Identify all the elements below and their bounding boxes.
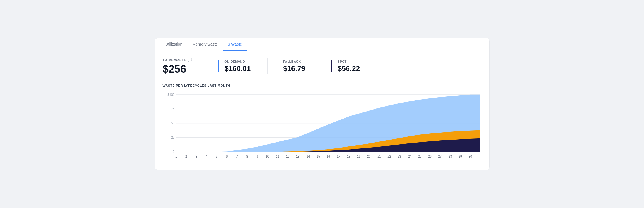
chart-container: $100 75 50 25 0 1 2 3 4 5 6 7 8 (163, 92, 482, 164)
x-label-13: 13 (296, 155, 299, 158)
x-label-17: 17 (337, 155, 340, 158)
x-label-5: 5 (216, 155, 217, 158)
metric-on-demand: ON-DEMAND $160.01 (218, 60, 251, 72)
x-label-6: 6 (226, 155, 228, 158)
x-label-23: 23 (398, 155, 401, 158)
x-label-30: 30 (468, 155, 472, 158)
y-label-100: $100 (167, 93, 174, 96)
x-label-25: 25 (418, 155, 421, 158)
chart-svg: $100 75 50 25 0 1 2 3 4 5 6 7 8 (163, 92, 482, 164)
x-label-28: 28 (448, 155, 452, 158)
y-label-75: 75 (171, 107, 174, 111)
x-label-22: 22 (387, 155, 391, 158)
main-card: Utilization Memory waste $ Waste TOTAL W… (155, 38, 490, 170)
x-label-12: 12 (286, 155, 289, 158)
x-label-15: 15 (316, 155, 320, 158)
metric-fallback: FALLBACK $16.79 (277, 60, 305, 72)
tab-memory-waste[interactable]: Memory waste (187, 38, 223, 51)
x-label-19: 19 (357, 155, 360, 158)
x-label-27: 27 (438, 155, 441, 158)
x-label-4: 4 (205, 155, 207, 158)
x-label-29: 29 (458, 155, 462, 158)
tab-utilization[interactable]: Utilization (161, 38, 188, 51)
y-label-25: 25 (171, 136, 174, 139)
divider-1 (209, 58, 209, 74)
metrics-row: TOTAL WASTE i $256 ON-DEMAND $160.01 FAL… (155, 51, 489, 81)
x-label-18: 18 (347, 155, 350, 158)
x-label-8: 8 (246, 155, 248, 158)
y-label-50: 50 (171, 122, 174, 125)
x-label-26: 26 (428, 155, 431, 158)
x-label-11: 11 (276, 155, 279, 158)
chart-section: WASTE PER LYFECYCLES LAST MONTH $100 75 … (155, 81, 489, 170)
y-label-0: 0 (173, 150, 174, 153)
tab-dollar-waste[interactable]: $ Waste (223, 38, 247, 51)
x-label-2: 2 (185, 155, 187, 158)
x-label-20: 20 (367, 155, 370, 158)
x-label-1: 1 (175, 155, 177, 158)
x-label-10: 10 (265, 155, 269, 158)
divider-2 (267, 58, 268, 74)
x-label-21: 21 (377, 155, 381, 158)
tab-bar: Utilization Memory waste $ Waste (155, 38, 489, 51)
info-icon[interactable]: i (188, 58, 192, 62)
x-label-14: 14 (306, 155, 310, 158)
chart-title: WASTE PER LYFECYCLES LAST MONTH (163, 84, 482, 87)
total-waste-value: $256 (163, 64, 192, 74)
x-label-16: 16 (326, 155, 330, 158)
x-label-7: 7 (236, 155, 238, 158)
metric-total-waste: TOTAL WASTE i $256 (163, 58, 192, 74)
metric-spot: SPOT $56.22 (331, 60, 360, 72)
x-label-24: 24 (408, 155, 411, 158)
divider-3 (322, 58, 322, 74)
x-label-3: 3 (195, 155, 197, 158)
x-label-9: 9 (256, 155, 258, 158)
